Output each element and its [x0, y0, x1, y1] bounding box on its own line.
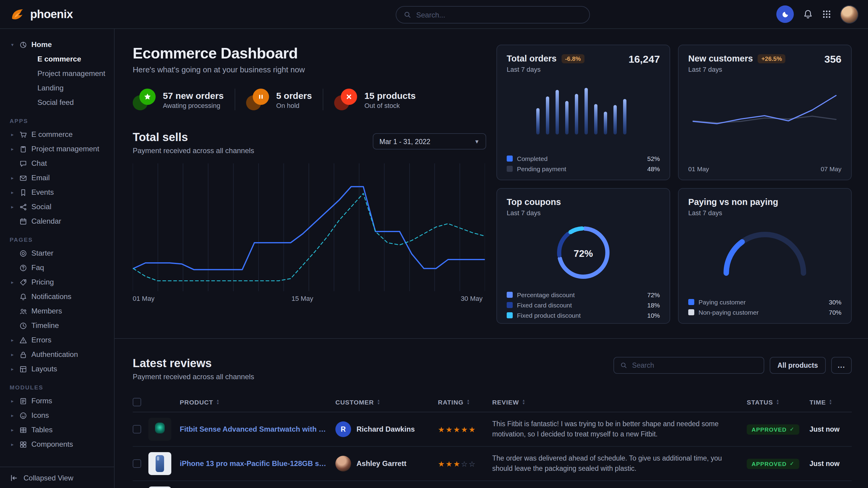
column-header-rating[interactable]: RATING▲▼: [438, 398, 492, 405]
chat-icon: [19, 159, 27, 167]
header-checkbox-cell: [133, 398, 148, 406]
search-input[interactable]: [416, 10, 582, 19]
time-cell: Just now: [809, 460, 852, 467]
iphone-image: [148, 452, 171, 475]
notifications-button[interactable]: [803, 9, 813, 19]
all-products-button[interactable]: All products: [770, 357, 826, 374]
collapse-view-button[interactable]: Collapsed View: [0, 466, 114, 488]
user-avatar[interactable]: [840, 5, 858, 23]
star-icon: ★: [453, 425, 461, 434]
kpi-cards-grid: Total orders -6.8% Last 7 days 16,247 Co…: [496, 44, 852, 324]
sidebar-item-pricing[interactable]: ▸Pricing: [10, 275, 108, 289]
sidebar-item-chat[interactable]: Chat: [10, 156, 108, 171]
legend-label: Fixed product discount: [517, 312, 643, 319]
sidebar-item-email[interactable]: ▸Email: [10, 171, 108, 185]
x-tick: 01 May: [133, 295, 154, 302]
column-header-time[interactable]: TIME▲▼: [809, 398, 852, 405]
reviews-table-header: PRODUCT▲▼CUSTOMER▲▼RATING▲▼REVIEW▲▼STATU…: [133, 392, 852, 412]
checkbox[interactable]: [133, 398, 141, 406]
sidebar-item-label: Members: [31, 307, 62, 315]
stat-title: 15 products: [364, 90, 415, 100]
customers-x-axis: 01 May 07 May: [688, 165, 841, 174]
sidebar-item-forms[interactable]: ▸Forms: [10, 394, 108, 408]
total-sells-section: Total sells Payment received across all …: [133, 131, 486, 306]
legend-label: Percentage discount: [517, 291, 643, 298]
review-cell: This Fitbit is fantastic! I was trying t…: [492, 419, 747, 440]
sidebar-item-label: Project management: [31, 145, 99, 153]
stat-subtitle: Out of stock: [364, 102, 415, 109]
bell-icon: [19, 293, 27, 300]
sidebar-item-project-management[interactable]: Project management: [10, 66, 108, 81]
product-link[interactable]: iPhone 13 pro max-Pacific Blue-128GB sto…: [180, 459, 335, 468]
column-header-status[interactable]: STATUS▲▼: [747, 398, 809, 405]
product-link[interactable]: Fitbit Sense Advanced Smartwatch with To…: [180, 425, 335, 433]
sort-icon: ▲▼: [522, 399, 526, 404]
order-stat: 57 new ordersAwating processing: [133, 89, 235, 110]
theme-toggle-button[interactable]: [776, 5, 794, 23]
global-search[interactable]: [396, 6, 590, 24]
sidebar-item-calendar[interactable]: Calendar: [10, 214, 108, 228]
lock-icon: [19, 351, 27, 358]
checkbox[interactable]: [133, 425, 141, 433]
customer-cell: Ashley Garrett: [335, 456, 438, 471]
reviews-table-body: Fitbit Sense Advanced Smartwatch with To…: [133, 412, 852, 488]
reviews-search[interactable]: [614, 357, 764, 374]
legend-item: Completed52%: [507, 153, 660, 163]
caret-right-icon: ▸: [10, 175, 15, 181]
sidebar-item-project-management[interactable]: ▸Project management: [10, 142, 108, 156]
reviews-search-input[interactable]: [632, 362, 757, 369]
sidebar-item-events[interactable]: ▸Events: [10, 185, 108, 199]
latest-reviews-section: Latest reviews Payment received across a…: [133, 339, 852, 488]
x-tick: 15 May: [291, 295, 313, 302]
date-range-select[interactable]: Mar 1 - 31, 2022 ▼: [373, 133, 486, 150]
sidebar-item-timeline[interactable]: Timeline: [10, 318, 108, 333]
apps-menu-button[interactable]: [822, 10, 831, 19]
legend-swatch: [507, 155, 513, 161]
sidebar-item-landing[interactable]: Landing: [10, 81, 108, 95]
column-header-customer[interactable]: CUSTOMER▲▼: [335, 398, 438, 405]
column-header-product[interactable]: PRODUCT▲▼: [180, 398, 335, 405]
paying-gauge-chart: [717, 225, 813, 280]
new-customers-card: New customers +26.5% Last 7 days 356 01 …: [678, 44, 852, 180]
moon-icon: [781, 10, 789, 19]
sidebar-item-faq[interactable]: Faq: [10, 260, 108, 275]
review-text: This Fitbit is fantastic! I was trying t…: [492, 419, 734, 440]
column-header-review[interactable]: REVIEW▲▼: [492, 398, 747, 405]
sidebar-item-social-feed[interactable]: Social feed: [10, 95, 108, 110]
legend-item: Paying customer30%: [688, 297, 841, 307]
search-icon: [404, 11, 411, 19]
orders-bar-chart: [536, 80, 631, 136]
card-period: Last 7 days: [688, 209, 778, 217]
sort-icon: ▲▼: [216, 399, 220, 404]
sidebar-item-label: Errors: [31, 336, 51, 344]
collapse-icon: [10, 474, 18, 482]
x-tick: 01 May: [688, 165, 709, 172]
sidebar-item-tables[interactable]: ▸Tables: [10, 423, 108, 437]
sidebar-item-errors[interactable]: ▸Errors: [10, 333, 108, 347]
column-label: TIME: [809, 398, 826, 405]
more-options-button[interactable]: ...: [831, 357, 852, 374]
checkbox[interactable]: [133, 459, 141, 468]
smiley-icon: [19, 412, 27, 419]
card-title: Total orders: [507, 54, 556, 63]
sort-icon: ▲▼: [829, 399, 832, 404]
sidebar-item-layouts[interactable]: ▸Layouts: [10, 362, 108, 376]
sidebar-item-e-commerce[interactable]: E commerce: [10, 52, 108, 66]
sidebar-item-components[interactable]: ▸Components: [10, 437, 108, 452]
sidebar-item-home[interactable]: ▾Home: [10, 37, 108, 52]
sidebar-item-members[interactable]: Members: [10, 304, 108, 318]
brand[interactable]: phoenix: [10, 6, 73, 22]
clipboard-icon: [19, 145, 27, 153]
sidebar-item-starter[interactable]: Starter: [10, 246, 108, 260]
product-image-cell: [148, 418, 180, 441]
legend-label: Pending payment: [517, 165, 643, 172]
sidebar-item-e-commerce[interactable]: ▸E commerce: [10, 127, 108, 142]
sidebar-item-authentication[interactable]: ▸Authentication: [10, 347, 108, 362]
legend-swatch: [688, 299, 694, 305]
total-sells-chart: [133, 163, 486, 291]
sidebar-item-notifications[interactable]: Notifications: [10, 289, 108, 304]
stat-title: 57 new orders: [163, 90, 224, 100]
page-subtitle: Here's what's going on at your business …: [133, 65, 486, 74]
sidebar-item-social[interactable]: ▸Social: [10, 199, 108, 214]
sidebar-item-icons[interactable]: ▸Icons: [10, 408, 108, 423]
